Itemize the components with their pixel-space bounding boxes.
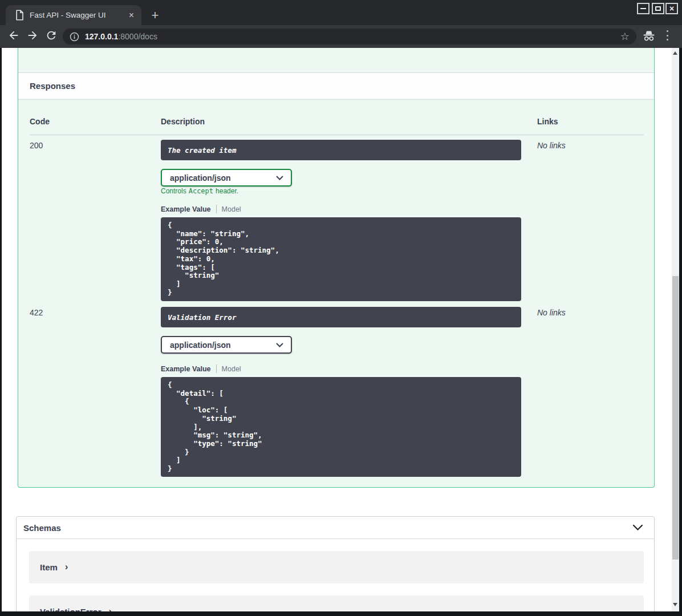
- response-422-example-json: { "detail": [ { "loc": [ "string" ], "ms…: [168, 381, 514, 473]
- window-close-button[interactable]: ×: [665, 3, 678, 14]
- table-header-divider: [30, 135, 644, 135]
- window-minimize-button[interactable]: [637, 3, 649, 14]
- example-model-tabs-422: Example Value Model: [161, 364, 241, 373]
- response-200-example-json: { "name": "string", "price": 0, "descrip…: [168, 221, 514, 297]
- response-200-description: The created item: [168, 146, 236, 155]
- column-header-code: Code: [30, 117, 50, 126]
- response-422-description-panel: Validation Error: [161, 307, 521, 327]
- responses-section-header: Responses: [18, 72, 654, 99]
- response-200-links: No links: [537, 141, 566, 150]
- scrollbar-thumb[interactable]: [672, 276, 679, 560]
- scroll-down-arrow-icon[interactable]: [673, 603, 677, 606]
- scroll-up-arrow-icon[interactable]: [673, 51, 677, 55]
- back-button[interactable]: [7, 29, 20, 42]
- url-host: 127.0.0.1: [85, 32, 118, 41]
- url-path: :8000/docs: [118, 32, 157, 41]
- column-header-links: Links: [537, 117, 558, 126]
- chevron-right-icon: ›: [109, 606, 112, 611]
- schema-validationerror-card[interactable]: ValidationError ›: [29, 595, 644, 611]
- bookmark-star-icon[interactable]: ☆: [620, 31, 630, 42]
- browser-titlebar: Fast API - Swagger UI × + ×: [0, 0, 682, 25]
- forward-button[interactable]: [26, 29, 39, 42]
- tab-close-icon[interactable]: ×: [127, 11, 136, 20]
- url-bar[interactable]: 127.0.0.1:8000/docs ☆: [63, 29, 636, 44]
- response-200-example-panel: { "name": "string", "price": 0, "descrip…: [161, 217, 521, 301]
- tab-title: Fast API - Swagger UI: [30, 11, 121, 19]
- schema-name: Item: [40, 562, 58, 572]
- tab-separator: [216, 364, 217, 373]
- chevron-down-icon: [276, 343, 283, 347]
- browser-tab[interactable]: Fast API - Swagger UI ×: [6, 5, 141, 25]
- tab-example-value[interactable]: Example Value: [161, 365, 211, 373]
- response-422-links: No links: [537, 308, 566, 317]
- window-maximize-button[interactable]: [652, 3, 664, 14]
- close-icon: ×: [669, 5, 674, 13]
- media-type-select-200[interactable]: application/json: [161, 169, 292, 187]
- site-info-icon[interactable]: [70, 32, 79, 42]
- schema-item-card[interactable]: Item ›: [29, 551, 644, 583]
- media-type-select-422[interactable]: application/json: [161, 336, 292, 354]
- browser-menu-button[interactable]: [665, 30, 669, 40]
- response-200-description-panel: The created item: [161, 140, 521, 160]
- minimize-icon: [640, 8, 646, 9]
- column-header-description: Description: [161, 117, 205, 126]
- incognito-icon: [643, 30, 655, 42]
- response-code-200: 200: [30, 141, 43, 150]
- tab-separator: [216, 205, 217, 213]
- chevron-down-icon: [276, 176, 283, 180]
- post-opblock: Responses Code Description Links 200 The…: [18, 48, 655, 488]
- chevron-down-icon[interactable]: [632, 524, 643, 531]
- schemas-section: Schemas Item › ValidationError ›: [16, 516, 655, 611]
- responses-title: Responses: [30, 81, 75, 91]
- page-document-icon: [15, 10, 24, 21]
- response-422-example-panel: { "detail": [ { "loc": [ "string" ], "ms…: [161, 377, 521, 477]
- page-scrollbar[interactable]: [672, 48, 679, 611]
- accept-header-note: ControlsAcceptheader.: [161, 187, 238, 195]
- url-text: 127.0.0.1:8000/docs: [85, 32, 620, 41]
- tab-example-value[interactable]: Example Value: [161, 205, 211, 213]
- response-422-description: Validation Error: [168, 313, 236, 322]
- example-model-tabs-200: Example Value Model: [161, 205, 241, 213]
- chevron-right-icon: ›: [65, 562, 68, 572]
- schemas-header[interactable]: Schemas: [17, 517, 654, 539]
- tab-model[interactable]: Model: [222, 205, 241, 213]
- schemas-title: Schemas: [23, 523, 61, 533]
- new-tab-button[interactable]: +: [147, 7, 163, 23]
- tab-model[interactable]: Model: [222, 365, 241, 373]
- page-viewport: Responses Code Description Links 200 The…: [2, 48, 672, 611]
- schema-name: ValidationError: [40, 607, 102, 611]
- accept-code: Accept: [189, 187, 213, 195]
- reload-button[interactable]: [45, 29, 58, 42]
- response-code-422: 422: [30, 308, 43, 317]
- maximize-icon: [655, 6, 661, 11]
